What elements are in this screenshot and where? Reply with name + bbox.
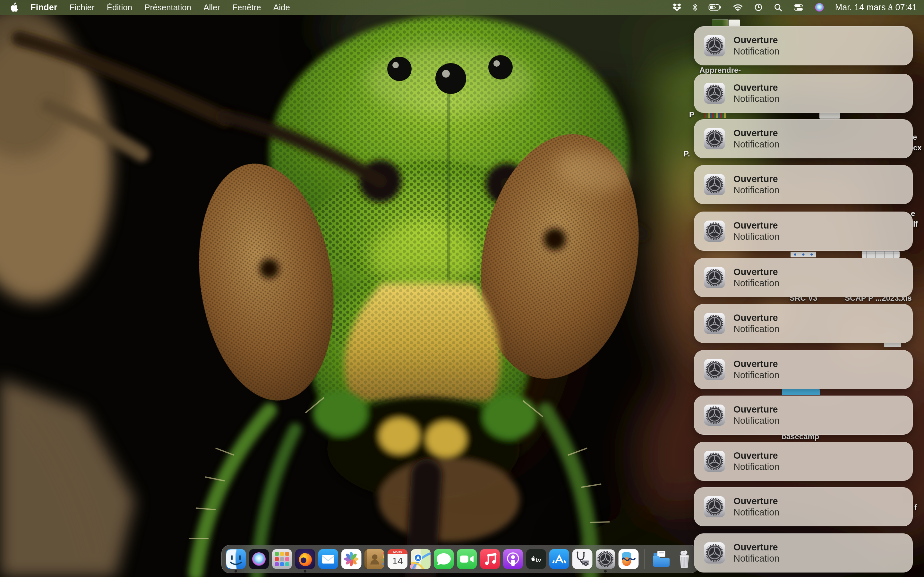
system-preferences-icon (703, 496, 726, 518)
notification-title: Ouverture (733, 450, 779, 461)
system-preferences-icon (703, 220, 726, 242)
dock-icon-maps[interactable] (410, 549, 431, 569)
notification-body: Notification (733, 139, 779, 150)
notification-title: Ouverture (733, 404, 779, 415)
menu-presentation[interactable]: Présentation (144, 3, 191, 13)
notification-card[interactable]: Ouverture Notification (694, 396, 913, 435)
dock-icon-facetime[interactable] (457, 549, 477, 569)
dock-icon-siri[interactable] (249, 549, 269, 569)
dock-icon-disk-utility[interactable] (572, 549, 593, 569)
notification-card[interactable]: Ouverture Notification (694, 119, 913, 158)
dock-icon-system-preferences[interactable] (595, 549, 615, 569)
dock-icon-finder[interactable] (226, 549, 246, 569)
notification-card[interactable]: Ouverture Notification (694, 533, 913, 572)
notification-title: Ouverture (733, 266, 779, 277)
dock-icon-contacts[interactable] (364, 549, 384, 569)
menu-fenetre[interactable]: Fenêtre (232, 3, 261, 13)
dock-icon-music[interactable] (480, 549, 500, 569)
desktop-file-thumbnail[interactable] (782, 389, 820, 395)
system-preferences-icon (703, 404, 726, 426)
dock-icon-mail[interactable] (318, 549, 338, 569)
notification-card[interactable]: Ouverture Notification (694, 304, 913, 343)
desktop-file-label[interactable]: f (914, 503, 917, 512)
notification-card[interactable]: Ouverture Notification (694, 350, 913, 389)
dock-icon-messages[interactable] (433, 549, 454, 569)
desktop-file-label[interactable]: P. (684, 149, 690, 158)
desktop-file-thumbnail[interactable] (862, 251, 900, 258)
notification-title: Ouverture (733, 220, 779, 231)
system-preferences-icon (703, 542, 726, 564)
notification-card[interactable]: Ouverture Notification (694, 211, 913, 251)
system-preferences-icon (703, 266, 726, 289)
desktop-file-label[interactable]: cx (913, 143, 922, 152)
desktop-file-thumbnail[interactable] (790, 251, 816, 258)
notification-card[interactable]: Ouverture Notification (694, 442, 913, 481)
menubar-clock[interactable]: Mar. 14 mars à 07:41 (835, 3, 917, 13)
notification-body: Notification (733, 370, 779, 381)
system-preferences-icon (703, 173, 726, 196)
control-center-icon[interactable] (793, 3, 804, 11)
notification-title: Ouverture (733, 173, 779, 185)
menu-bar: Finder Fichier Édition Présentation Alle… (0, 0, 924, 15)
notification-body: Notification (733, 93, 779, 105)
dock-icon-wave-app[interactable] (618, 549, 639, 569)
dock-separator (645, 549, 645, 569)
desktop-file-label[interactable]: Apprendre- (699, 66, 741, 75)
siri-icon[interactable] (814, 3, 824, 12)
dock-icon-firefox[interactable] (295, 549, 315, 569)
desktop-file-label[interactable]: P (689, 110, 694, 119)
notification-body: Notification (733, 185, 779, 196)
desktop-file-label[interactable]: e (913, 133, 917, 142)
menu-aide[interactable]: Aide (273, 3, 290, 13)
dock-icon-launchpad[interactable] (272, 549, 292, 569)
notification-title: Ouverture (733, 542, 779, 553)
spotlight-icon[interactable] (774, 3, 782, 12)
dock-icon-downloads-folder[interactable] (651, 549, 672, 569)
menu-aller[interactable]: Aller (204, 3, 220, 13)
notification-card[interactable]: Ouverture Notification (694, 26, 913, 65)
system-preferences-icon (703, 82, 726, 105)
dock-icon-app-store[interactable] (549, 549, 569, 569)
wifi-icon[interactable] (733, 3, 743, 11)
active-app-name[interactable]: Finder (31, 3, 57, 13)
notification-body: Notification (733, 277, 779, 289)
notification-title: Ouverture (733, 496, 779, 507)
desktop-file-label[interactable]: lf (913, 219, 918, 229)
dock-icon-podcasts[interactable] (503, 549, 523, 569)
system-preferences-icon (703, 127, 726, 150)
notification-body: Notification (733, 461, 779, 472)
dock-icon-calendar[interactable]: MARS 14 (387, 549, 408, 569)
dropbox-icon[interactable] (672, 3, 682, 11)
desktop-file-thumbnail[interactable] (729, 19, 740, 26)
time-machine-icon[interactable] (754, 3, 763, 12)
notification-body: Notification (733, 231, 779, 242)
system-preferences-icon (703, 312, 726, 335)
dock-icon-tv[interactable]: tv (526, 549, 546, 569)
calendar-day: 14 (392, 556, 403, 566)
battery-charging-icon[interactable] (708, 3, 722, 11)
dock-icon-trash[interactable] (674, 549, 695, 569)
notification-body: Notification (733, 507, 779, 518)
desktop-file-thumbnail[interactable] (819, 113, 840, 119)
notification-card[interactable]: Ouverture Notification (694, 487, 913, 526)
notification-card[interactable]: Ouverture Notification (694, 258, 913, 297)
system-preferences-icon (703, 358, 726, 381)
notification-card[interactable]: Ouverture Notification (694, 74, 913, 113)
desktop-file-thumbnail[interactable] (704, 113, 726, 118)
running-indicator (304, 570, 306, 572)
notification-title: Ouverture (733, 35, 779, 46)
calendar-month: MARS (393, 550, 402, 554)
apple-menu-icon[interactable] (10, 2, 18, 13)
menu-edition[interactable]: Édition (107, 3, 132, 13)
notification-body: Notification (733, 46, 779, 57)
notification-body: Notification (733, 324, 779, 335)
system-preferences-icon (703, 35, 726, 57)
bluetooth-icon[interactable] (692, 3, 698, 12)
notification-card[interactable]: Ouverture Notification (694, 165, 913, 204)
dock-icon-photos[interactable] (341, 549, 362, 569)
dock: MARS 14 (221, 545, 699, 573)
desktop-file-thumbnail[interactable] (712, 19, 728, 26)
menu-fichier[interactable]: Fichier (69, 3, 95, 13)
tv-label: tv (536, 556, 541, 563)
notification-title: Ouverture (733, 127, 779, 139)
